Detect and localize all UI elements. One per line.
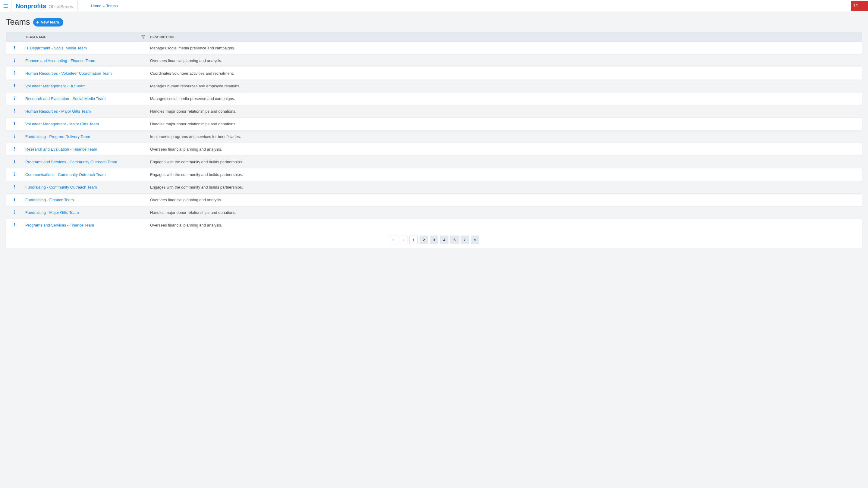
team-name-link[interactable]: Fundraising - Community Outreach Team: [25, 185, 97, 190]
new-team-button[interactable]: + New team: [33, 18, 63, 27]
team-name-link[interactable]: Research and Evaluation - Finance Team: [25, 147, 97, 152]
table-row: Programs and Services - Community Outrea…: [6, 156, 862, 168]
team-description: Manages social media presence and campai…: [148, 93, 862, 105]
team-name-link[interactable]: Programs and Services - Community Outrea…: [25, 160, 117, 164]
page-number-button[interactable]: 3: [430, 235, 438, 244]
svg-point-21: [14, 109, 15, 110]
more-vertical-icon: [12, 84, 17, 88]
app-header: Nonprofits OfficeSeries Home » Teams: [0, 0, 868, 12]
col-header-name[interactable]: TEAM NAME: [23, 32, 148, 42]
table-row: Fundraising - Community Outreach TeamEng…: [6, 181, 862, 194]
bell-icon: [853, 4, 858, 8]
team-name-link[interactable]: Volunteer Management - HR Team: [25, 84, 86, 88]
more-vertical-icon: [12, 210, 17, 214]
user-dropdown-button[interactable]: [860, 1, 868, 11]
more-vertical-icon: [12, 159, 17, 164]
team-name-link[interactable]: Human Resources - Volunteer Coordination…: [25, 71, 112, 76]
svg-point-15: [14, 84, 15, 85]
team-name-link[interactable]: Fundraising - Program Delivery Team: [25, 134, 90, 139]
team-description: Engages with the community and builds pa…: [148, 168, 862, 181]
breadcrumb-current[interactable]: Teams: [106, 4, 118, 8]
svg-point-22: [14, 110, 15, 111]
svg-line-4: [857, 4, 858, 4]
row-actions-button[interactable]: [6, 93, 23, 105]
row-actions-button[interactable]: [6, 67, 23, 80]
svg-point-24: [14, 122, 15, 123]
team-description: Oversees financial planning and analysis…: [148, 143, 862, 156]
svg-point-17: [14, 87, 15, 87]
page-number-button[interactable]: 1: [409, 235, 418, 244]
row-actions-button[interactable]: [6, 55, 23, 67]
last-page-icon: [473, 238, 477, 242]
row-actions-button[interactable]: [6, 168, 23, 181]
svg-point-32: [14, 150, 15, 150]
svg-point-20: [14, 99, 15, 100]
table-row: Human Resources - Major Gifts TeamHandle…: [6, 105, 862, 118]
svg-point-25: [14, 123, 15, 124]
more-vertical-icon: [12, 147, 17, 151]
page-next-button[interactable]: [461, 235, 469, 244]
page-number-button[interactable]: 4: [440, 235, 448, 244]
svg-point-33: [14, 160, 15, 161]
row-actions-button[interactable]: [6, 194, 23, 206]
svg-point-36: [14, 173, 15, 173]
row-actions-button[interactable]: [6, 105, 23, 118]
teams-table: TEAM NAME DESCRIPTION IT Department - So…: [6, 32, 862, 231]
team-name-link[interactable]: Communications - Community Outreach Team: [25, 172, 105, 177]
svg-point-18: [14, 97, 15, 97]
row-actions-button[interactable]: [6, 130, 23, 143]
brand[interactable]: Nonprofits OfficeSeries: [11, 0, 78, 12]
table-row: Communications - Community Outreach Team…: [6, 168, 862, 181]
team-name-link[interactable]: Fundraising - Finance Team: [25, 198, 74, 202]
table-row: Human Resources - Volunteer Coordination…: [6, 67, 862, 80]
team-name-link[interactable]: Finance and Accounting - Finance Team: [25, 59, 95, 63]
notifications-button[interactable]: [851, 1, 860, 11]
row-actions-button[interactable]: [6, 118, 23, 130]
more-vertical-icon: [12, 185, 17, 189]
brand-primary: Nonprofits: [16, 0, 46, 12]
svg-point-49: [14, 224, 15, 225]
team-name-link[interactable]: Research and Evaluation - Social Media T…: [25, 96, 105, 101]
team-name-link[interactable]: IT Department - Social Media Team: [25, 46, 87, 50]
svg-point-45: [14, 210, 15, 211]
svg-point-35: [14, 162, 15, 163]
breadcrumb-home[interactable]: Home: [91, 4, 101, 8]
row-actions-button[interactable]: [6, 181, 23, 194]
menu-button[interactable]: [0, 0, 11, 12]
team-name-link[interactable]: Volunteer Management - Major Gifts Team: [25, 122, 99, 126]
svg-point-30: [14, 147, 15, 148]
row-actions-button[interactable]: [6, 42, 23, 55]
svg-point-46: [14, 212, 15, 213]
team-name-link[interactable]: Human Resources - Major Gifts Team: [25, 109, 91, 113]
row-actions-button[interactable]: [6, 156, 23, 168]
more-vertical-icon: [12, 45, 17, 50]
page-number-button[interactable]: 5: [450, 235, 459, 244]
svg-marker-5: [142, 36, 145, 38]
team-name-link[interactable]: Fundraising - Major Gifts Team: [25, 210, 79, 215]
table-row: Volunteer Management - Major Gifts TeamH…: [6, 118, 862, 130]
table-row: Programs and Services - Finance TeamOver…: [6, 219, 862, 232]
page-number-button[interactable]: 2: [420, 235, 428, 244]
table-row: IT Department - Social Media TeamManages…: [6, 42, 862, 55]
brand-secondary: OfficeSeries: [49, 1, 73, 13]
team-description: Engages with the community and builds pa…: [148, 156, 862, 168]
team-description: Handles major donor relationships and do…: [148, 118, 862, 130]
team-description: Coordinates volunteer activities and rec…: [148, 67, 862, 80]
svg-point-48: [14, 223, 15, 224]
row-actions-button[interactable]: [6, 219, 23, 232]
row-actions-button[interactable]: [6, 206, 23, 219]
page-last-button[interactable]: [471, 235, 479, 244]
row-actions-button[interactable]: [6, 143, 23, 156]
page-header: Teams + New team: [6, 18, 862, 27]
first-page-icon: [391, 238, 395, 242]
team-description: Manages human resources and employee rel…: [148, 80, 862, 93]
svg-point-31: [14, 149, 15, 149]
svg-point-37: [14, 174, 15, 174]
pagination: 12345: [6, 231, 862, 248]
team-description: Oversees financial planning and analysis…: [148, 194, 862, 206]
svg-point-50: [14, 226, 15, 226]
team-name-link[interactable]: Programs and Services - Finance Team: [25, 223, 94, 227]
more-vertical-icon: [12, 197, 17, 201]
row-actions-button[interactable]: [6, 80, 23, 93]
filter-icon[interactable]: [141, 35, 145, 39]
